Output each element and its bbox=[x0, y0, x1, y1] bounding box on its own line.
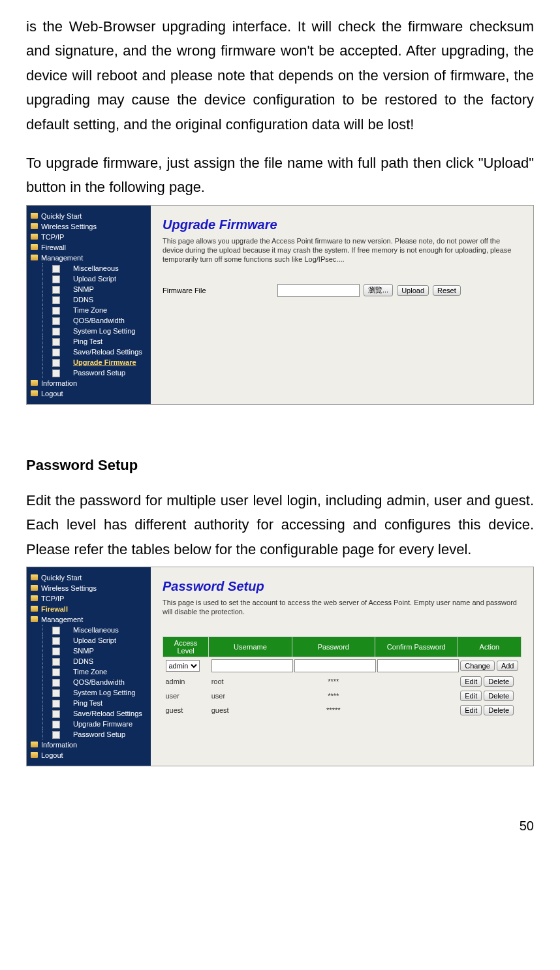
nav-sub-upgrade-firmware[interactable]: Upgrade Firmware bbox=[42, 719, 151, 729]
upgrade-firmware-screenshot: Quickly Start Wireless Settings TCP/IP F… bbox=[26, 205, 534, 405]
nav-sub-timezone[interactable]: Time Zone bbox=[42, 666, 151, 677]
col-username: Username bbox=[209, 636, 292, 657]
nav-firewall[interactable]: Firewall bbox=[27, 604, 151, 614]
firmware-file-label: Firmware File bbox=[163, 287, 273, 294]
table-row: user user **** Edit Delete bbox=[163, 689, 521, 703]
reset-button[interactable]: Reset bbox=[433, 285, 461, 296]
nav-management[interactable]: Management bbox=[27, 253, 151, 263]
nav-quickly-start[interactable]: Quickly Start bbox=[27, 211, 151, 221]
table-row-input: admin Change Add bbox=[163, 657, 521, 674]
delete-button[interactable]: Delete bbox=[484, 691, 514, 701]
page-title: Password Setup bbox=[163, 579, 521, 594]
cell-level: guest bbox=[163, 703, 209, 717]
delete-button[interactable]: Delete bbox=[484, 705, 514, 715]
cell-level: user bbox=[163, 689, 209, 703]
nav-sub-ddns[interactable]: DDNS bbox=[42, 294, 151, 305]
browse-button[interactable]: 瀏覽... bbox=[364, 284, 393, 296]
password-table: Access Level Username Password Confirm P… bbox=[163, 636, 521, 717]
content-pane: Upgrade Firmware This page allows you up… bbox=[151, 206, 533, 404]
nav-sub-upload-script[interactable]: Upload Script bbox=[42, 274, 151, 284]
sidebar: Quickly Start Wireless Settings TCP/IP F… bbox=[27, 567, 151, 766]
nav-tcpip[interactable]: TCP/IP bbox=[27, 593, 151, 604]
table-row: guest guest ***** Edit Delete bbox=[163, 703, 521, 717]
confirm-password-input[interactable] bbox=[377, 659, 459, 672]
nav-sub-password-setup[interactable]: Password Setup bbox=[42, 729, 151, 740]
col-access-level: Access Level bbox=[163, 636, 209, 657]
page-number: 50 bbox=[0, 779, 560, 847]
nav-sub-save-reload[interactable]: Save/Reload Settings bbox=[42, 708, 151, 719]
nav-sub-syslog[interactable]: System Log Setting bbox=[42, 326, 151, 336]
page-title: Upgrade Firmware bbox=[163, 217, 521, 232]
cell-pw: **** bbox=[292, 674, 375, 689]
nav-sub-upgrade-firmware[interactable]: Upgrade Firmware bbox=[42, 357, 151, 368]
intro-paragraph-2: To upgrade firmware, just assign the fil… bbox=[26, 151, 534, 200]
nav-sub-ping[interactable]: Ping Test bbox=[42, 698, 151, 708]
intro-paragraph-1: is the Web-Browser upgrading interface. … bbox=[26, 14, 534, 136]
nav-sub-save-reload[interactable]: Save/Reload Settings bbox=[42, 347, 151, 357]
cell-level: admin bbox=[163, 674, 209, 689]
nav-management[interactable]: Management bbox=[27, 614, 151, 625]
username-input[interactable] bbox=[211, 659, 294, 672]
nav-sub-snmp[interactable]: SNMP bbox=[42, 646, 151, 656]
nav-sub-misc[interactable]: Miscellaneous bbox=[42, 263, 151, 274]
delete-button[interactable]: Delete bbox=[484, 676, 514, 687]
firmware-file-input[interactable] bbox=[277, 284, 360, 297]
nav-sub-ping[interactable]: Ping Test bbox=[42, 336, 151, 347]
cell-user: guest bbox=[209, 703, 292, 717]
password-input[interactable] bbox=[294, 659, 376, 672]
cell-user: user bbox=[209, 689, 292, 703]
page-description: This page allows you upgrade the Access … bbox=[163, 236, 521, 264]
nav-sub-misc[interactable]: Miscellaneous bbox=[42, 625, 151, 635]
nav-sub-syslog[interactable]: System Log Setting bbox=[42, 687, 151, 698]
cell-pw: **** bbox=[292, 689, 375, 703]
nav-tcpip[interactable]: TCP/IP bbox=[27, 232, 151, 242]
col-confirm-password: Confirm Password bbox=[375, 636, 458, 657]
nav-quickly-start[interactable]: Quickly Start bbox=[27, 572, 151, 583]
password-setup-screenshot: Quickly Start Wireless Settings TCP/IP F… bbox=[26, 567, 534, 766]
cell-pw: ***** bbox=[292, 703, 375, 717]
nav-wireless-settings[interactable]: Wireless Settings bbox=[27, 221, 151, 232]
sidebar: Quickly Start Wireless Settings TCP/IP F… bbox=[27, 206, 151, 404]
edit-button[interactable]: Edit bbox=[460, 691, 482, 701]
content-pane: Password Setup This page is used to set … bbox=[151, 567, 533, 766]
col-password: Password bbox=[292, 636, 375, 657]
table-row: admin root **** Edit Delete bbox=[163, 674, 521, 689]
upload-button[interactable]: Upload bbox=[397, 285, 429, 296]
change-button[interactable]: Change bbox=[460, 661, 495, 671]
password-setup-body: Edit the password for multiple user leve… bbox=[26, 488, 534, 561]
nav-sub-upload-script[interactable]: Upload Script bbox=[42, 635, 151, 646]
page-description: This page is used to set the account to … bbox=[163, 598, 521, 617]
nav-sub-snmp[interactable]: SNMP bbox=[42, 284, 151, 294]
password-setup-heading: Password Setup bbox=[26, 457, 534, 474]
nav-information[interactable]: Information bbox=[27, 378, 151, 388]
nav-sub-password-setup[interactable]: Password Setup bbox=[42, 368, 151, 378]
nav-sub-qos[interactable]: QOS/Bandwidth bbox=[42, 677, 151, 687]
nav-logout[interactable]: Logout bbox=[27, 750, 151, 760]
cell-user: root bbox=[209, 674, 292, 689]
nav-firewall[interactable]: Firewall bbox=[27, 242, 151, 253]
nav-sub-qos[interactable]: QOS/Bandwidth bbox=[42, 315, 151, 326]
nav-wireless-settings[interactable]: Wireless Settings bbox=[27, 583, 151, 593]
nav-logout[interactable]: Logout bbox=[27, 388, 151, 399]
col-action: Action bbox=[458, 636, 521, 657]
nav-sub-ddns[interactable]: DDNS bbox=[42, 656, 151, 666]
nav-information[interactable]: Information bbox=[27, 740, 151, 750]
edit-button[interactable]: Edit bbox=[460, 705, 482, 715]
edit-button[interactable]: Edit bbox=[460, 676, 482, 687]
add-button[interactable]: Add bbox=[497, 661, 519, 671]
nav-sub-timezone[interactable]: Time Zone bbox=[42, 305, 151, 315]
access-level-select[interactable]: admin bbox=[166, 660, 200, 672]
